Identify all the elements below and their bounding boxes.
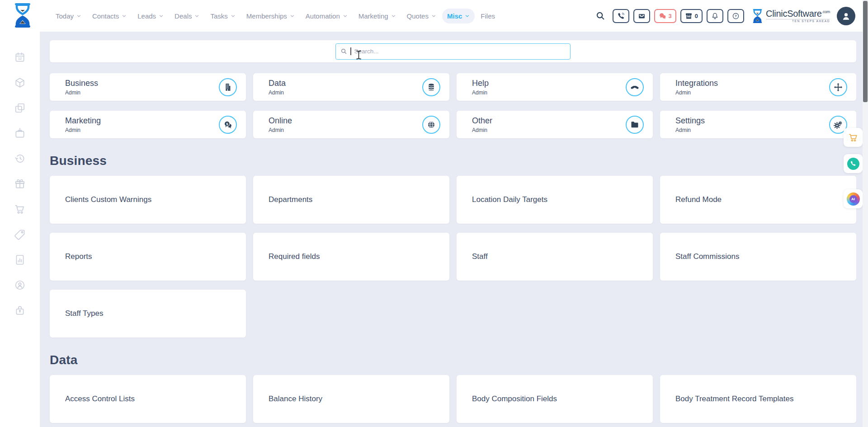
brand-tagline: TEN STEPS AHEAD	[766, 19, 830, 23]
category-title: Integrations	[675, 79, 718, 88]
category-card-help[interactable]: Help Admin	[457, 73, 653, 101]
user-avatar[interactable]	[837, 7, 855, 25]
store-icon	[685, 12, 693, 20]
inbox-button[interactable]	[633, 9, 650, 23]
section-grid: Clients Custom Warnings Departments Loca…	[50, 176, 856, 338]
sidebar-item-package[interactable]	[14, 77, 26, 89]
calendar-icon	[14, 52, 26, 63]
item-card-access-control-lists[interactable]: Access Control Lists	[50, 375, 246, 423]
category-title: Settings	[675, 116, 705, 126]
db-icon	[422, 78, 440, 96]
item-card-title: Staff Commissions	[675, 252, 739, 261]
sidebar-item-copy[interactable]	[14, 102, 26, 114]
ai-icon: AI	[847, 192, 860, 206]
nav-item-label: Memberships	[246, 12, 287, 20]
icon-button-group: 3 0	[613, 9, 744, 23]
nav-item-quotes[interactable]: Quotes	[402, 9, 441, 23]
item-card-staff[interactable]: Staff	[457, 233, 653, 281]
category-title: Help	[472, 79, 489, 88]
section: Data Access Control Lists Balance Histor…	[50, 353, 856, 423]
category-subtitle: Admin	[472, 127, 492, 133]
item-card-required-fields[interactable]: Required fields	[253, 233, 449, 281]
nav-item-leads[interactable]: Leads	[132, 9, 169, 23]
category-card-business[interactable]: Business Admin	[50, 73, 246, 101]
store-button[interactable]: 0	[680, 9, 703, 23]
sidebar-item-cart[interactable]	[14, 203, 26, 215]
item-card-reports[interactable]: Reports	[50, 233, 246, 281]
floating-ai-assistant-button[interactable]: AI	[844, 189, 863, 208]
chevron-down-icon	[231, 14, 236, 19]
category-title: Business	[65, 79, 98, 88]
bell-icon	[711, 12, 719, 20]
package-icon	[14, 77, 26, 89]
sidebar-item-lock[interactable]	[14, 305, 26, 316]
search-placeholder: Search...	[354, 48, 379, 55]
clinicsoftware-logo[interactable]: ClinicSoftware.com TEN STEPS AHEAD	[752, 9, 830, 23]
category-card-other[interactable]: Other Admin	[457, 111, 653, 138]
search-icon[interactable]	[595, 11, 605, 21]
building-icon	[219, 78, 237, 96]
nav-item-marketing[interactable]: Marketing	[354, 9, 401, 23]
floating-whatsapp-button[interactable]	[844, 154, 863, 173]
nav-item-automation[interactable]: Automation	[301, 9, 353, 23]
sidebar-item-price-tag[interactable]	[14, 229, 26, 240]
nav-item-tasks[interactable]: Tasks	[205, 9, 240, 23]
category-card-data[interactable]: Data Admin	[253, 73, 449, 101]
phone-icon	[617, 12, 625, 20]
nav-item-today[interactable]: Today	[51, 9, 86, 23]
item-card-staff-types[interactable]: Staff Types	[50, 290, 246, 338]
chat-button[interactable]: 3	[654, 9, 676, 23]
search-toolbar: Search...	[50, 40, 856, 62]
notifications-button[interactable]	[707, 9, 723, 23]
category-title: Online	[269, 116, 292, 126]
nav-item-deals[interactable]: Deals	[170, 9, 204, 23]
category-subtitle: Admin	[675, 127, 705, 133]
nav-item-contacts[interactable]: Contacts	[87, 9, 132, 23]
category-card-settings[interactable]: Settings Admin	[660, 111, 856, 138]
sidebar-item-gift[interactable]	[14, 178, 26, 190]
ai-label: AI	[849, 195, 857, 203]
item-card-title: Reports	[65, 252, 92, 261]
category-card-integrations[interactable]: Integrations Admin	[660, 73, 856, 101]
search-input[interactable]: Search...	[335, 43, 571, 60]
floating-cart-button[interactable]	[844, 128, 863, 147]
main-nav: Today Contacts Leads Deals Tasks Members…	[51, 0, 500, 32]
chevron-down-icon	[122, 14, 127, 19]
item-card-body-treatment-record-templates[interactable]: Body Treatment Record Templates	[660, 375, 856, 423]
sidebar-item-history[interactable]	[14, 153, 26, 164]
vertical-scrollbar	[863, 0, 868, 427]
nav-item-label: Leads	[137, 12, 156, 20]
nav-item-memberships[interactable]: Memberships	[241, 9, 300, 23]
sidebar-item-support-person[interactable]	[14, 279, 26, 291]
chevron-down-icon	[391, 14, 396, 19]
category-card-online[interactable]: Online Admin	[253, 111, 449, 138]
nav-item-label: Contacts	[92, 12, 119, 20]
phone-button[interactable]	[613, 9, 629, 23]
help-button[interactable]	[727, 9, 744, 23]
sidebar-item-calendar-import[interactable]	[14, 127, 26, 139]
item-card-refund-mode[interactable]: Refund Mode	[660, 176, 856, 224]
calendar-import-icon	[14, 127, 26, 139]
sidebar-item-calendar[interactable]	[14, 52, 26, 63]
sidebar-item-report-chart[interactable]	[14, 254, 26, 266]
nav-item-misc[interactable]: Misc	[442, 9, 475, 23]
item-card-clients-custom-warnings[interactable]: Clients Custom Warnings	[50, 176, 246, 224]
hands-icon	[626, 78, 644, 96]
item-card-location-daily-targets[interactable]: Location Daily Targets	[457, 176, 653, 224]
support-person-icon	[14, 279, 26, 291]
section-heading-business: Business	[50, 154, 856, 168]
item-card-staff-commissions[interactable]: Staff Commissions	[660, 233, 856, 281]
category-card-marketing[interactable]: Marketing Admin	[50, 111, 246, 138]
scrollbar-thumb[interactable]	[863, 1, 868, 102]
help-icon	[732, 12, 740, 20]
item-card-title: Location Daily Targets	[472, 195, 547, 204]
hourglass-logo-icon[interactable]	[12, 3, 33, 28]
item-card-body-composition-fields[interactable]: Body Composition Fields	[457, 375, 653, 423]
item-card-departments[interactable]: Departments	[253, 176, 449, 224]
item-card-title: Clients Custom Warnings	[65, 195, 151, 204]
item-card-balance-history[interactable]: Balance History	[253, 375, 449, 423]
nav-item-files[interactable]: Files	[476, 9, 500, 23]
text-caret	[350, 47, 351, 55]
item-card-title: Refund Mode	[675, 195, 722, 204]
chevron-down-icon	[431, 14, 436, 19]
